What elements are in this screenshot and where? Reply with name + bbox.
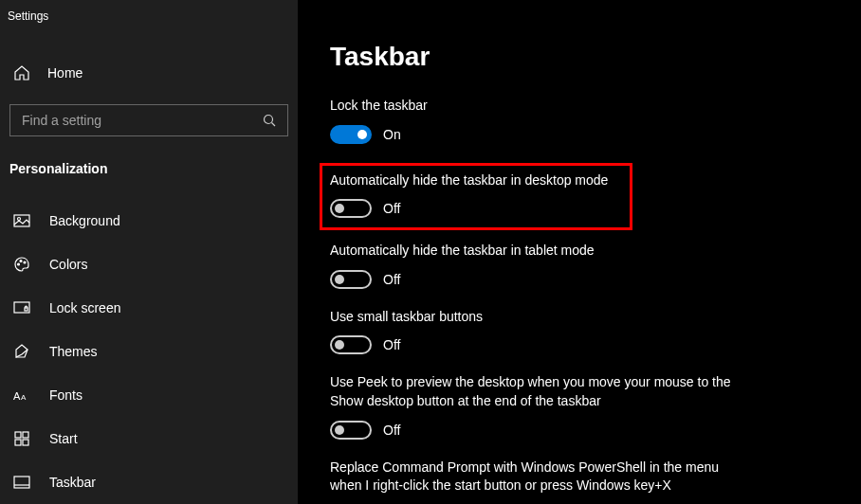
nav-label: Fonts (49, 387, 82, 403)
taskbar-icon (13, 474, 30, 491)
svg-rect-14 (23, 440, 28, 445)
toggle-state: Off (383, 272, 400, 287)
main-content: Taskbar Lock the taskbar On Automaticall… (298, 0, 861, 504)
toggle-state: Off (383, 201, 400, 216)
setting-label: Automatically hide the taskbar in tablet… (330, 242, 747, 261)
toggle-state: Off (383, 423, 400, 438)
search-box[interactable] (9, 104, 288, 136)
category-header: Personalization (0, 161, 298, 176)
app-title: Settings (0, 0, 298, 30)
nav-label: Colors (49, 257, 87, 272)
nav-label: Lock screen (49, 300, 120, 315)
start-icon (13, 430, 30, 447)
nav-label: Start (49, 431, 78, 446)
fonts-icon: A A (13, 387, 30, 404)
setting-label: Use Peek to preview the desktop when you… (330, 373, 747, 410)
svg-line-1 (272, 123, 276, 127)
svg-rect-13 (15, 440, 21, 445)
svg-rect-12 (23, 432, 28, 438)
page-title: Taskbar (330, 42, 829, 72)
toggle-small-buttons[interactable] (330, 335, 372, 354)
svg-point-6 (24, 261, 26, 263)
toggle-state: Off (383, 337, 400, 352)
setting-auto-hide-tablet: Automatically hide the taskbar in tablet… (330, 242, 829, 289)
toggle-peek[interactable] (330, 421, 372, 440)
svg-rect-15 (14, 477, 29, 488)
search-input[interactable] (10, 105, 287, 135)
setting-auto-hide-desktop-highlight: Automatically hide the taskbar in deskto… (320, 163, 632, 231)
setting-small-buttons: Use small taskbar buttons Off (330, 308, 829, 355)
setting-lock-taskbar: Lock the taskbar On (330, 97, 829, 144)
sidebar-item-colors[interactable]: Colors (0, 243, 298, 286)
home-icon (13, 64, 30, 81)
svg-point-5 (20, 261, 22, 262)
setting-label: Automatically hide the taskbar in deskto… (330, 171, 622, 190)
toggle-auto-hide-tablet[interactable] (330, 270, 372, 289)
toggle-state: On (383, 127, 401, 142)
toggle-lock-taskbar[interactable] (330, 125, 372, 144)
sidebar-item-lock-screen[interactable]: Lock screen (0, 286, 298, 330)
home-label: Home (47, 65, 82, 81)
svg-rect-11 (15, 432, 21, 438)
sidebar-item-themes[interactable]: Themes (0, 330, 298, 373)
sidebar-item-home[interactable]: Home (0, 53, 298, 93)
setting-label: Replace Command Prompt with Windows Powe… (330, 459, 747, 495)
nav-label: Background (49, 213, 120, 228)
themes-icon (13, 343, 30, 360)
sidebar-item-fonts[interactable]: A A Fonts (0, 373, 298, 417)
palette-icon (13, 256, 30, 273)
setting-powershell: Replace Command Prompt with Windows Powe… (330, 459, 829, 504)
lock-screen-icon (13, 299, 30, 316)
search-container (9, 104, 288, 136)
setting-label: Lock the taskbar (330, 97, 747, 116)
setting-label: Use small taskbar buttons (330, 308, 747, 327)
sidebar-item-background[interactable]: Background (0, 199, 298, 243)
svg-rect-8 (25, 308, 27, 311)
search-icon (263, 114, 276, 127)
setting-peek: Use Peek to preview the desktop when you… (330, 373, 829, 439)
svg-point-3 (18, 218, 21, 221)
svg-point-4 (18, 263, 20, 265)
sidebar-item-start[interactable]: Start (0, 417, 298, 460)
svg-text:A: A (21, 393, 27, 402)
nav-label: Themes (49, 344, 98, 359)
svg-text:A: A (13, 390, 21, 402)
toggle-auto-hide-desktop[interactable] (330, 199, 372, 218)
picture-icon (13, 212, 30, 229)
sidebar: Settings Home Personalization (0, 0, 298, 504)
nav-label: Taskbar (49, 475, 96, 490)
sidebar-item-taskbar[interactable]: Taskbar (0, 460, 298, 504)
svg-point-0 (265, 116, 273, 124)
